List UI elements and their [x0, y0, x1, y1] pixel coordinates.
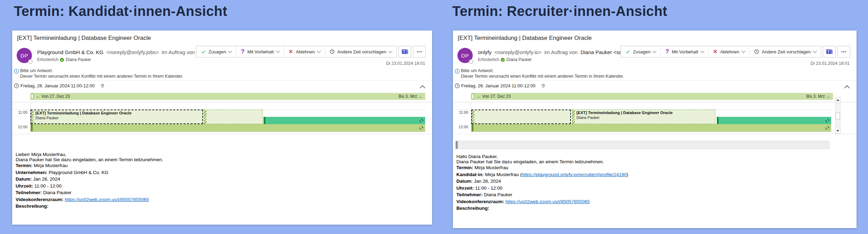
chevron-down-icon [700, 49, 704, 53]
detail-row: Beschreibung: [16, 203, 163, 210]
avatar[interactable]: DP [17, 48, 32, 63]
detail-label: Termin: [16, 163, 33, 168]
chevron-down-icon [741, 49, 745, 53]
teams-icon [401, 48, 409, 55]
tentative-event-block[interactable]: [EXT] Termineinladung | Database Enginee… [31, 110, 203, 124]
more-options-button[interactable]: ••• [413, 46, 426, 58]
decline-button[interactable]: ✕ Ablehnen [709, 46, 750, 57]
time-label-11: 11:00 [14, 110, 27, 114]
detail-row: Termin: Mirja Musterfrau [456, 164, 628, 171]
greeting: Liebe/r Mirja Musterfrau, [16, 152, 163, 157]
detail-label: Datum: [16, 176, 32, 182]
more-options-button[interactable]: ••• [837, 46, 850, 58]
horizontal-scrollbar[interactable] [455, 141, 829, 149]
zoom-link[interactable]: https://us02web.zoom.us/j/85057855065 [65, 197, 149, 202]
calendar-strip: ← Von 27. Dez 23 Bis 3. Mrz → 11:00 12:0… [453, 90, 857, 136]
event-continuation-block[interactable] [204, 110, 263, 124]
accept-button[interactable]: Zusagen [196, 46, 237, 57]
detail-label: Kandidat·in: [456, 172, 484, 177]
all-day-event-row[interactable] [471, 124, 831, 132]
recurrence-icon [825, 126, 829, 130]
x-icon: ✕ [713, 49, 718, 55]
info-icon [14, 69, 19, 74]
avatar[interactable]: DP [457, 48, 473, 63]
detail-value: Jan 26, 2024 [33, 176, 60, 182]
organizer-name: Diana Pauker [506, 57, 532, 62]
accept-button[interactable]: Zusagen [621, 46, 661, 57]
detail-label: Videokonferenzraum: [456, 199, 504, 204]
zoom-link[interactable]: https://us02web.zoom.us/j/85057855065 [506, 199, 590, 204]
conflict-event-block[interactable] [263, 117, 425, 124]
detail-suffix: ) [626, 172, 628, 177]
from-line: Playground GmbH & Co. KG <noreply@onlyfy… [37, 49, 209, 55]
email-subject: [EXT] Termineinladung | Database Enginee… [458, 35, 592, 42]
tentative-event-block[interactable] [471, 110, 571, 124]
invite-line: Diana Pauker hat Sie dazu eingeladen, an… [456, 159, 628, 164]
accept-label: Zusagen [209, 49, 226, 54]
notice-line-1: Bitte um Antwort. [461, 68, 494, 73]
detail-value: Playground GmbH & Co. KG [49, 170, 108, 175]
propose-new-time-button[interactable]: Andere Zeit vorschlagen [750, 46, 821, 57]
teams-button[interactable] [398, 46, 411, 58]
verified-icon [60, 58, 64, 62]
response-button-group: Zusagen ? Mit Vorbehalt ✕ Ablehnen Ander… [621, 46, 821, 58]
detail-row: Termin: Mirja Musterfrau [16, 162, 163, 169]
triangle-up-icon [836, 99, 839, 101]
recipient-line: Erforderlich Diana Pauker [37, 57, 91, 62]
event-time-row: Freitag, 26. Januar 2024 11:00-12:00 [461, 83, 546, 88]
event-start-marker [472, 124, 473, 131]
divider [453, 80, 857, 81]
event-person: Diana Pauker [35, 116, 132, 121]
detail-value: Diana Pauker [484, 192, 512, 197]
vertical-scrollbar[interactable] [835, 97, 841, 134]
tentative-button[interactable]: ? Mit Vorbehalt [661, 46, 708, 57]
invite-line: Diana Pauker hat Sie dazu eingeladen, an… [16, 157, 163, 162]
range-start-label: ← Von 27. Dez 23 [477, 94, 511, 99]
propose-label: Andere Zeit vorschlagen [337, 49, 386, 54]
detail-value: Jan 26, 2024 [474, 179, 501, 184]
detail-label: Datum: [456, 179, 473, 184]
event-label: [EXT] Termineinladung | Database Enginee… [576, 111, 673, 120]
detail-row: Beschreibung: [456, 205, 628, 212]
action-bar: Zusagen ? Mit Vorbehalt ✕ Ablehnen Ander… [621, 46, 850, 58]
divider [453, 134, 857, 134]
detail-row: Videokonferenzraum: https://us02web.zoom… [16, 196, 163, 203]
all-day-event-row[interactable] [31, 124, 425, 132]
propose-new-time-button[interactable]: Andere Zeit vorschlagen [325, 46, 396, 57]
accept-label: Zusagen [633, 49, 651, 54]
detail-label: Teilnehmer: [16, 190, 42, 195]
presence-indicator-icon [469, 59, 473, 64]
scroll-thumb[interactable] [456, 141, 458, 149]
event-title: [EXT] Termineinladung | Database Enginee… [576, 111, 673, 115]
notice-line-1: Bitte um Antwort. [20, 68, 53, 73]
decline-button[interactable]: ✕ Ablehnen [284, 46, 326, 57]
event-time-row: Freitag, 26. Januar 2024 11:00-12:00 [20, 83, 105, 88]
tentative-button[interactable]: ? Mit Vorbehalt [236, 46, 284, 57]
conflict-event-block[interactable] [717, 117, 831, 124]
scroll-down-button[interactable] [835, 128, 841, 134]
chevron-down-icon [317, 49, 321, 53]
notice-line-2: Dieser Termin verursacht einen Konflikt … [20, 74, 183, 79]
detail-row: Datum: Jan 26, 2024 [16, 176, 163, 183]
scroll-up-button[interactable] [835, 97, 841, 103]
event-continuation-block[interactable]: [EXT] Termineinladung | Database Enginee… [572, 110, 715, 124]
collapse-chevron-icon[interactable] [420, 85, 425, 91]
clock-icon [330, 49, 335, 54]
propose-label: Andere Zeit vorschlagen [762, 49, 811, 54]
event-title: [EXT] Termineinladung | Database Enginee… [35, 111, 132, 116]
event-datetime: Freitag, 26. Januar 2024 11:00-12:00 [20, 83, 95, 88]
email-subject: [EXT] Termineinladung | Database Enginee… [17, 35, 151, 42]
collapse-chevron-icon[interactable] [844, 85, 850, 91]
action-bar: Zusagen ? Mit Vorbehalt ✕ Ablehnen Ander… [196, 46, 426, 58]
profile-link[interactable]: https://playground.onlyfy.io/recruiter#/… [522, 172, 626, 177]
detail-label: Beschreibung: [456, 206, 489, 211]
teams-button[interactable] [823, 46, 836, 58]
scroll-thumb[interactable] [836, 113, 840, 120]
avatar-initials: DP [20, 53, 28, 59]
tentative-hatch [31, 110, 34, 123]
event-label: [EXT] Termineinladung | Database Enginee… [35, 111, 132, 120]
required-label: Erforderlich [37, 57, 58, 62]
on-behalf-label: im Auftrag von [162, 49, 195, 55]
check-icon [201, 49, 206, 54]
email-body: Liebe/r Mirja Musterfrau, Diana Pauker h… [16, 152, 163, 210]
